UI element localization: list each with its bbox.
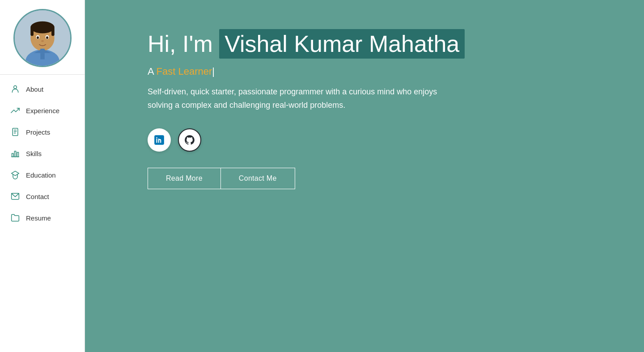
mail-icon (11, 192, 20, 201)
person-icon (11, 85, 20, 93)
avatar-container (0, 0, 85, 75)
bar-chart-icon (11, 149, 20, 158)
nav-label-about: About (26, 85, 43, 93)
svg-rect-19 (14, 151, 16, 157)
nav-item-education[interactable]: Education (0, 164, 85, 186)
avatar-image (15, 10, 70, 66)
svg-point-13 (14, 86, 17, 89)
contact-me-button[interactable]: Contact Me (220, 168, 295, 189)
sidebar: About Experience Projects (0, 0, 85, 352)
main-content: Hi, I'm Vishal Kumar Mahatha A Fast Lear… (85, 0, 644, 352)
nav-label-skills: Skills (26, 150, 42, 157)
svg-rect-18 (12, 153, 13, 157)
linkedin-button[interactable] (148, 128, 171, 152)
nav-item-skills[interactable]: Skills (0, 143, 85, 164)
graduation-icon (11, 170, 20, 179)
svg-rect-14 (13, 128, 18, 136)
nav-label-contact: Contact (26, 193, 49, 200)
github-icon (184, 134, 195, 146)
linkedin-icon (153, 134, 165, 146)
nav-label-education: Education (26, 171, 56, 179)
trending-up-icon (11, 106, 20, 115)
svg-rect-12 (40, 49, 45, 59)
nav-item-contact[interactable]: Contact (0, 186, 85, 207)
description: Self-driven, quick starter, passionate p… (148, 85, 461, 112)
tagline: A Fast Learner| (148, 66, 215, 77)
greeting: Hi, I'm Vishal Kumar Mahatha (148, 31, 465, 57)
svg-point-9 (37, 36, 39, 39)
avatar (13, 9, 72, 67)
nav-label-experience: Experience (26, 107, 59, 115)
read-more-button[interactable]: Read More (148, 168, 220, 189)
svg-point-11 (41, 40, 44, 42)
svg-rect-5 (30, 27, 34, 36)
greeting-name: Vishal Kumar Mahatha (219, 29, 465, 59)
nav-label-resume: Resume (26, 214, 51, 222)
svg-marker-22 (12, 171, 19, 176)
tagline-cursor: | (212, 66, 215, 77)
nav-item-experience[interactable]: Experience (0, 100, 85, 121)
svg-rect-6 (51, 27, 55, 36)
nav-label-projects: Projects (26, 128, 50, 136)
social-links (148, 128, 201, 152)
greeting-plain: Hi, I'm (148, 31, 219, 57)
svg-rect-20 (17, 153, 18, 157)
clipboard-icon (11, 127, 20, 136)
svg-point-4 (30, 21, 54, 34)
nav-item-projects[interactable]: Projects (0, 121, 85, 143)
svg-point-10 (46, 36, 48, 39)
github-button[interactable] (178, 128, 201, 152)
folder-icon (11, 213, 20, 222)
action-buttons: Read More Contact Me (148, 168, 295, 189)
nav-item-resume[interactable]: Resume (0, 207, 85, 229)
nav-list: About Experience Projects (0, 78, 85, 229)
tagline-text: Fast Learner (157, 66, 212, 77)
tagline-prefix: A (148, 66, 157, 77)
nav-item-about[interactable]: About (0, 78, 85, 100)
